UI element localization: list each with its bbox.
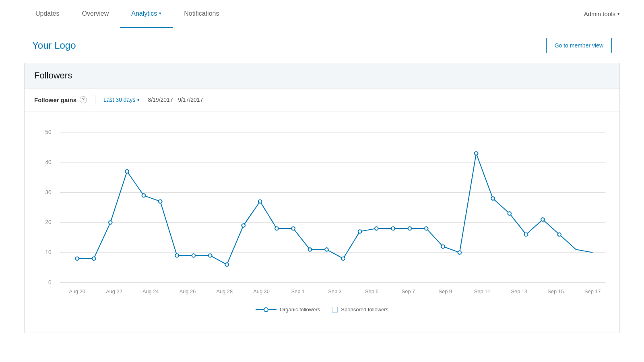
data-point — [175, 254, 179, 257]
data-point — [142, 194, 146, 197]
svg-text:Sep 17: Sep 17 — [584, 288, 601, 294]
legend-organic-line2 — [268, 309, 277, 310]
data-point — [408, 227, 412, 230]
data-point — [441, 245, 445, 249]
svg-text:Sep 3: Sep 3 — [328, 288, 341, 294]
data-point — [325, 248, 328, 251]
nav-item-updates[interactable]: Updates — [24, 0, 71, 28]
data-point — [192, 254, 196, 257]
data-point — [308, 248, 312, 251]
date-range-dropdown[interactable]: Last 30 days ▾ — [103, 97, 140, 103]
svg-text:Sep 5: Sep 5 — [365, 288, 378, 294]
analytics-label: Analytics — [131, 10, 157, 17]
data-point — [475, 152, 478, 155]
data-point — [242, 224, 246, 227]
data-point — [258, 200, 262, 204]
svg-text:40: 40 — [45, 159, 52, 165]
nav-left: Updates Overview Analytics ▾ Notificatio… — [24, 0, 230, 28]
legend-organic-label: Organic followers — [280, 306, 320, 313]
nav-right: Admin tools ▾ — [584, 10, 620, 17]
svg-text:Aug 30: Aug 30 — [253, 288, 270, 294]
data-point — [524, 233, 528, 237]
svg-text:20: 20 — [45, 219, 52, 225]
data-point — [291, 227, 295, 230]
company-logo: Your Logo — [32, 40, 76, 51]
data-point — [458, 251, 462, 255]
follower-gains-label: Follower gains ? — [34, 96, 87, 103]
data-point — [225, 263, 229, 266]
logo-bar: Your Logo Go to member view — [0, 28, 644, 63]
data-point — [341, 257, 345, 260]
legend-sponsored-label: Sponsored followers — [341, 306, 388, 313]
svg-text:Aug 28: Aug 28 — [216, 288, 233, 294]
nav-item-analytics[interactable]: Analytics ▾ — [120, 0, 173, 28]
analytics-chevron-icon: ▾ — [159, 11, 161, 16]
svg-text:Sep 11: Sep 11 — [474, 288, 491, 294]
data-point — [541, 218, 545, 221]
top-navigation: Updates Overview Analytics ▾ Notificatio… — [0, 0, 644, 28]
followers-section: Followers Follower gains ? Last 30 days … — [24, 63, 620, 333]
follower-gains-bar: Follower gains ? Last 30 days ▾ 8/19/201… — [25, 88, 619, 111]
admin-tools-label: Admin tools — [584, 10, 615, 17]
svg-text:Sep 1: Sep 1 — [291, 288, 305, 294]
svg-text:Aug 22: Aug 22 — [106, 288, 122, 294]
data-point — [275, 227, 279, 230]
admin-tools-chevron-icon: ▾ — [617, 11, 620, 16]
data-point — [75, 257, 79, 260]
admin-tools-dropdown[interactable]: Admin tools ▾ — [584, 10, 620, 17]
organic-followers-line — [77, 153, 593, 264]
help-icon[interactable]: ? — [80, 96, 87, 103]
chart-legend: Organic followers Sponsored followers — [34, 300, 610, 317]
svg-text:30: 30 — [45, 189, 52, 195]
data-point — [391, 227, 395, 230]
data-point — [109, 221, 112, 224]
data-point — [375, 227, 378, 230]
data-point — [125, 170, 129, 173]
data-point — [208, 254, 212, 257]
svg-text:Sep 7: Sep 7 — [402, 288, 415, 294]
followers-chart: 0 10 20 30 40 50 Aug 20 Aug 22 Aug 24 Au… — [34, 119, 610, 300]
svg-text:Aug 26: Aug 26 — [180, 288, 196, 294]
legend-organic-dot — [264, 307, 268, 312]
data-point — [425, 227, 428, 230]
svg-text:Sep 15: Sep 15 — [547, 288, 564, 294]
data-point — [557, 233, 561, 237]
nav-item-notifications[interactable]: Notifications — [173, 0, 230, 28]
svg-text:Sep 13: Sep 13 — [511, 288, 528, 294]
data-point — [508, 212, 512, 215]
followers-title: Followers — [34, 70, 610, 81]
svg-text:10: 10 — [45, 249, 52, 255]
vertical-divider — [95, 95, 95, 105]
data-point — [159, 200, 162, 204]
legend-organic-line — [256, 309, 264, 310]
svg-text:Aug 20: Aug 20 — [69, 288, 85, 294]
followers-header: Followers — [25, 63, 619, 88]
member-view-button[interactable]: Go to member view — [546, 38, 612, 53]
date-range-value: 8/19/2017 - 9/17/2017 — [148, 97, 203, 103]
data-point — [92, 257, 96, 260]
svg-text:0: 0 — [48, 279, 52, 286]
data-point — [491, 197, 495, 200]
date-range-chevron-icon: ▾ — [137, 97, 140, 103]
legend-sponsored: Sponsored followers — [332, 306, 388, 313]
svg-text:Aug 24: Aug 24 — [142, 288, 159, 294]
svg-text:50: 50 — [45, 129, 52, 135]
nav-item-overview[interactable]: Overview — [71, 0, 120, 28]
legend-organic: Organic followers — [256, 306, 320, 313]
legend-sponsored-box — [332, 307, 338, 313]
chart-container: 0 10 20 30 40 50 Aug 20 Aug 22 Aug 24 Au… — [25, 111, 619, 333]
data-point — [358, 230, 362, 233]
analytics-dropdown[interactable]: Analytics ▾ — [131, 10, 161, 17]
svg-text:Sep 9: Sep 9 — [439, 288, 452, 294]
